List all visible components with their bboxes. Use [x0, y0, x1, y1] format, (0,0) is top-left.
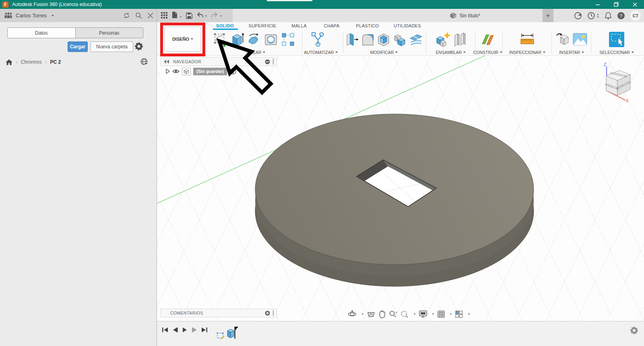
expand-arrow-icon[interactable] — [166, 69, 170, 74]
ribbon-tab-malla[interactable]: MALLA — [291, 23, 307, 28]
comments-panel-title: COMENTARIOS — [170, 311, 203, 315]
tab-datos[interactable]: Datos — [8, 28, 75, 38]
ribbon-tab-solido[interactable]: SOLIDO — [216, 23, 234, 28]
timeline-settings-gear-icon[interactable] — [630, 326, 638, 335]
group-automatizar: AUTOMATIZAR — [304, 31, 332, 55]
extensions-icon[interactable] — [574, 12, 582, 20]
group-label-inspeccionar[interactable]: INSPECCIONAR — [505, 50, 549, 55]
help-icon[interactable]: ? — [617, 12, 625, 20]
avatar[interactable]: CT — [630, 10, 641, 21]
file-menu[interactable] — [172, 11, 182, 20]
view-cube[interactable]: SUPERIOR FRONTAL DERECHA Z X — [592, 61, 644, 104]
title-bar: F Autodesk Fusion 360 (Licencia educativ… — [0, 0, 644, 9]
chevron-down-icon[interactable] — [468, 313, 470, 315]
play-icon[interactable] — [182, 327, 188, 333]
chevron-down-icon[interactable] — [432, 313, 434, 315]
ribbon-tab-superficie[interactable]: SUPERFICIE — [248, 23, 276, 28]
job-status-button[interactable]: 1 — [587, 12, 599, 20]
user-menu[interactable]: Carlos Torres — [4, 12, 54, 19]
refresh-icon[interactable] — [123, 12, 130, 19]
group-label-ensamblar[interactable]: ENSAMBLAR — [429, 50, 473, 55]
timeline-extrude-feature[interactable] — [226, 326, 238, 340]
save-icon[interactable] — [186, 12, 192, 19]
bell-icon[interactable] — [605, 12, 612, 20]
data-panel-header: Carlos Torres — [0, 9, 157, 22]
construction-plane-icon[interactable] — [480, 31, 495, 48]
home-icon[interactable] — [6, 59, 12, 65]
zoom-icon[interactable]: ± — [389, 310, 397, 318]
group-label-insertar[interactable]: INSERTAR — [553, 50, 590, 55]
grid-display-icon[interactable] — [438, 311, 445, 318]
chevron-down-icon[interactable] — [450, 313, 452, 315]
ribbon-tab-chapa[interactable]: CHAPA — [324, 23, 340, 28]
canvas-image-icon[interactable] — [572, 33, 588, 46]
breadcrumb-folder[interactable]: PC 2 — [50, 59, 61, 65]
shell-icon[interactable] — [376, 31, 391, 48]
z-axis-label: Z — [604, 62, 607, 67]
group-label-seleccionar[interactable]: SELECCIONAR — [592, 50, 641, 55]
group-insertar: INSERTAR — [553, 31, 590, 55]
joint-icon[interactable] — [453, 31, 466, 48]
panel-settings-gear-icon[interactable] — [134, 42, 143, 52]
comments-panel-header[interactable]: COMENTARIOS — [160, 309, 277, 317]
split-icon[interactable] — [409, 31, 423, 48]
fillet-icon[interactable] — [360, 31, 375, 48]
redo-button[interactable] — [211, 12, 222, 19]
step-forward-icon[interactable] — [192, 327, 197, 333]
ribbon-tab-utilidades[interactable]: UTILIDADES — [394, 23, 421, 28]
ribbon-tab-plastico[interactable]: PLÁSTICO — [356, 23, 379, 28]
combine-icon[interactable] — [392, 31, 407, 48]
close-button[interactable] — [625, 0, 644, 9]
design-mode-dropdown[interactable]: DISEÑO — [164, 27, 201, 52]
document-cube-icon — [450, 12, 456, 19]
pan-hand-icon[interactable] — [378, 310, 386, 318]
orbit-icon[interactable] — [348, 310, 357, 318]
pattern-icon[interactable] — [280, 31, 295, 48]
group-label-modificar[interactable]: MODIFICAR — [344, 50, 424, 55]
restore-button[interactable] — [607, 0, 625, 9]
document-tab-title: Sin título* — [460, 13, 480, 19]
people-icon — [4, 12, 12, 19]
skip-to-start-icon[interactable] — [162, 327, 168, 333]
multi-viewport-icon[interactable] — [455, 311, 463, 318]
step-back-icon[interactable] — [172, 327, 178, 333]
search-icon[interactable] — [135, 12, 142, 19]
measure-icon[interactable] — [519, 31, 535, 48]
panel-resize-handle[interactable] — [272, 310, 274, 316]
chevron-down-icon[interactable] — [361, 313, 363, 315]
app-grid-icon[interactable] — [161, 12, 168, 19]
breadcrumb-separator: › — [45, 59, 47, 65]
chevron-down-icon — [52, 15, 54, 17]
select-icon[interactable] — [609, 31, 625, 48]
minimize-button[interactable] — [588, 0, 607, 9]
new-component-icon[interactable] — [435, 31, 451, 48]
breadcrumb-project[interactable]: Chronnos — [21, 59, 42, 65]
chevron-down-icon[interactable] — [413, 313, 415, 315]
group-label-automatizar[interactable]: AUTOMATIZAR — [304, 50, 332, 55]
browser-panel-title: NAVEGADOR — [173, 59, 201, 64]
tab-personas[interactable]: Personas — [75, 28, 143, 38]
expand-panel-icon[interactable] — [265, 311, 270, 316]
panel-tabs: Datos Personas — [7, 27, 143, 38]
new-folder-button[interactable]: Nueva carpeta — [91, 41, 133, 52]
timeline-sketch-feature[interactable] — [217, 331, 225, 340]
active-tab-underline — [213, 29, 238, 30]
group-label-construir[interactable]: CONSTRUIR — [468, 50, 508, 55]
notification-count: 1 — [597, 13, 599, 19]
collapse-icon[interactable] — [164, 60, 169, 64]
automate-icon[interactable] — [310, 31, 326, 48]
upload-button[interactable]: Cargar — [68, 41, 88, 52]
undo-button[interactable] — [196, 12, 207, 19]
chevron-down-icon — [205, 15, 207, 17]
display-settings-icon[interactable] — [419, 311, 427, 318]
press-pull-icon[interactable] — [344, 31, 359, 48]
new-tab-button[interactable]: + — [543, 9, 553, 22]
disc-body[interactable] — [255, 114, 534, 286]
skip-to-end-icon[interactable] — [201, 327, 208, 333]
visibility-eye-icon[interactable] — [172, 69, 180, 74]
close-panel-icon[interactable] — [147, 12, 153, 19]
zoom-fit-icon[interactable] — [400, 310, 409, 318]
globe-visibility-icon[interactable] — [140, 58, 148, 67]
insert-mesh-icon[interactable] — [555, 31, 571, 48]
look-at-icon[interactable] — [367, 310, 375, 318]
